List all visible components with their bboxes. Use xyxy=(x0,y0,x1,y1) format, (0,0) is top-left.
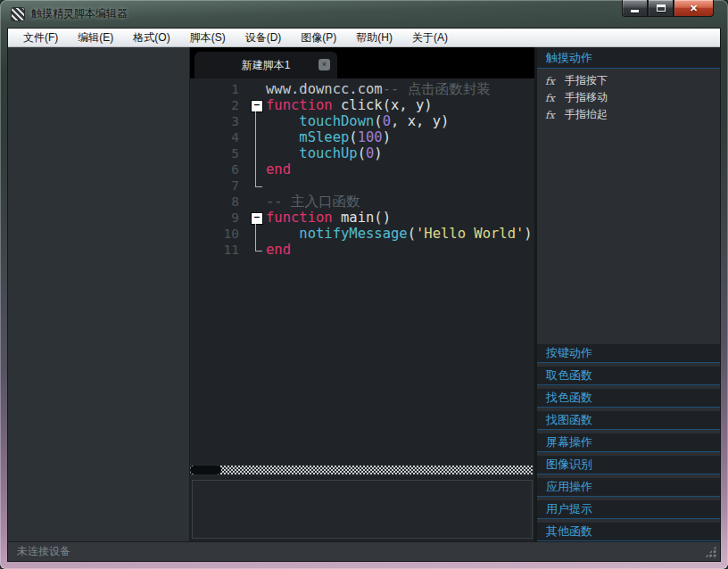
code-line[interactable]: 8-- 主入口函数 xyxy=(190,194,534,210)
line-number: 2 xyxy=(190,97,239,113)
app-icon xyxy=(11,7,25,21)
scrollbar-thumb[interactable] xyxy=(190,466,221,474)
code-line[interactable]: 11end xyxy=(190,242,534,258)
function-item-label: 手指移动 xyxy=(565,90,608,105)
category-other-functions[interactable]: 其他函数 xyxy=(537,523,720,541)
code-line[interactable]: 2function click(x, y) xyxy=(190,97,534,113)
menu-item-about[interactable]: 关于(A) xyxy=(402,29,458,46)
line-number: 5 xyxy=(190,145,239,161)
function-item-label: 手指按下 xyxy=(565,73,608,88)
menu-item-script[interactable]: 脚本(S) xyxy=(180,29,236,46)
app-frame: 文件(F)编辑(E)格式(O)脚本(S)设备(D)图像(P)帮助(H)关于(A)… xyxy=(7,28,721,562)
tab-label: 新建脚本1 xyxy=(242,58,291,73)
category-user-prompt[interactable]: 用户提示 xyxy=(537,500,720,519)
function-fx-icon: fx xyxy=(545,109,565,121)
code-text: mSleep(100) xyxy=(266,129,391,145)
app-window: 触摸精灵脚本编辑器 ✕ 文件(F)编辑(E)格式(O)脚本(S)设备(D)图像(… xyxy=(0,0,728,569)
line-number: 7 xyxy=(190,177,239,194)
category-image-find[interactable]: 找图函数 xyxy=(537,411,720,430)
titlebar: 触摸精灵脚本编辑器 ✕ xyxy=(0,0,728,28)
menu-item-format[interactable]: 格式(O) xyxy=(123,29,179,46)
fold-guide xyxy=(251,177,266,194)
category-image-recognition[interactable]: 图像识别 xyxy=(537,456,720,474)
fold-guide xyxy=(251,129,266,145)
close-button[interactable]: ✕ xyxy=(674,0,714,17)
fold-guide xyxy=(251,145,266,161)
category-color-find[interactable]: 找色函数 xyxy=(537,389,720,408)
fold-guide xyxy=(251,81,266,97)
editor-column: 新建脚本1 × 1www.downcc.com-- 点击函数封装2functio… xyxy=(190,47,534,541)
fold-marker-icon[interactable] xyxy=(251,97,266,113)
function-fx-icon: fx xyxy=(545,75,565,87)
code-line[interactable]: 5 touchUp(0) xyxy=(190,145,534,161)
left-panel xyxy=(8,47,190,541)
code-text: end xyxy=(266,242,291,258)
maximize-icon xyxy=(657,4,666,12)
category-screen-ops[interactable]: 屏幕操作 xyxy=(537,433,720,452)
tab-close-icon[interactable]: × xyxy=(318,59,330,70)
code-line[interactable]: 10 notifyMessage('Hello World') xyxy=(190,226,534,242)
menu-item-image[interactable]: 图像(P) xyxy=(291,29,346,46)
code-line[interactable]: 4 mSleep(100) xyxy=(190,129,534,145)
code-text: -- 主入口函数 xyxy=(266,194,360,210)
category-touch-actions[interactable]: 触摸动作 xyxy=(537,47,720,69)
category-key-actions[interactable]: 按键动作 xyxy=(537,344,720,363)
menu-item-help[interactable]: 帮助(H) xyxy=(346,29,402,46)
window-controls: ✕ xyxy=(622,0,714,17)
fold-guide xyxy=(251,194,266,210)
function-fx-icon: fx xyxy=(545,92,565,104)
category-app-ops[interactable]: 应用操作 xyxy=(537,478,720,497)
code-text: touchUp(0) xyxy=(266,145,383,161)
code-line[interactable]: 7 xyxy=(190,177,534,194)
window-title: 触摸精灵脚本编辑器 xyxy=(31,6,128,21)
code-text: www.downcc.com-- 点击函数封装 xyxy=(266,81,491,97)
minimize-icon xyxy=(631,10,639,12)
resize-grip[interactable] xyxy=(705,546,716,557)
code-text: end xyxy=(266,161,291,177)
code-text: function click(x, y) xyxy=(266,97,433,113)
touch-action-items: fx手指按下fx手指移动fx手指抬起 xyxy=(537,69,720,123)
line-number: 3 xyxy=(190,113,239,129)
function-item-finger-down[interactable]: fx手指按下 xyxy=(537,72,720,89)
code-text: touchDown(0, x, y) xyxy=(266,113,449,129)
horizontal-scrollbar[interactable] xyxy=(190,465,534,476)
close-icon: ✕ xyxy=(690,1,698,16)
fold-guide xyxy=(251,113,266,129)
category-color-pick[interactable]: 取色函数 xyxy=(537,367,720,385)
line-number: 8 xyxy=(190,194,239,210)
collapsed-categories: 按键动作取色函数找色函数找图函数屏幕操作图像识别应用操作用户提示其他函数 xyxy=(537,341,720,541)
menu-item-file[interactable]: 文件(F) xyxy=(13,29,68,46)
menu-item-device[interactable]: 设备(D) xyxy=(236,29,292,46)
menu-item-edit[interactable]: 编辑(E) xyxy=(68,29,123,46)
line-number: 4 xyxy=(190,129,239,145)
tab-bar: 新建脚本1 × xyxy=(190,47,534,78)
status-text: 未连接设备 xyxy=(17,544,70,559)
fold-marker-icon[interactable] xyxy=(251,210,266,226)
fold-guide xyxy=(251,161,266,177)
line-number: 9 xyxy=(190,210,239,226)
statusbar: 未连接设备 xyxy=(8,541,720,561)
line-number: 6 xyxy=(190,161,239,177)
maximize-button[interactable] xyxy=(648,0,674,17)
code-line[interactable]: 1www.downcc.com-- 点击函数封装 xyxy=(190,81,534,97)
tab-new-script[interactable]: 新建脚本1 × xyxy=(194,52,337,78)
fold-guide xyxy=(251,226,266,242)
code-line[interactable]: 3 touchDown(0, x, y) xyxy=(190,113,534,129)
code-text: notifyMessage('Hello World') xyxy=(266,226,533,242)
line-number: 1 xyxy=(190,81,239,97)
function-item-label: 手指抬起 xyxy=(565,107,608,122)
scrollbar-track[interactable] xyxy=(190,466,533,474)
function-item-finger-move[interactable]: fx手指移动 xyxy=(537,89,720,106)
function-item-finger-up[interactable]: fx手指抬起 xyxy=(537,106,720,123)
function-sidebar: 触摸动作 fx手指按下fx手指移动fx手指抬起 按键动作取色函数找色函数找图函数… xyxy=(537,47,720,541)
fold-guide xyxy=(251,242,266,258)
line-number: 10 xyxy=(190,226,239,242)
code-line[interactable]: 6end xyxy=(190,161,534,177)
code-line[interactable]: 9function main() xyxy=(190,210,534,226)
output-panel xyxy=(192,480,533,539)
code-editor[interactable]: 1www.downcc.com-- 点击函数封装2function click(… xyxy=(190,78,534,465)
sidebar-filler xyxy=(537,123,720,341)
menubar: 文件(F)编辑(E)格式(O)脚本(S)设备(D)图像(P)帮助(H)关于(A) xyxy=(8,29,720,47)
minimize-button[interactable] xyxy=(622,0,648,17)
main-content: 新建脚本1 × 1www.downcc.com-- 点击函数封装2functio… xyxy=(8,47,720,541)
